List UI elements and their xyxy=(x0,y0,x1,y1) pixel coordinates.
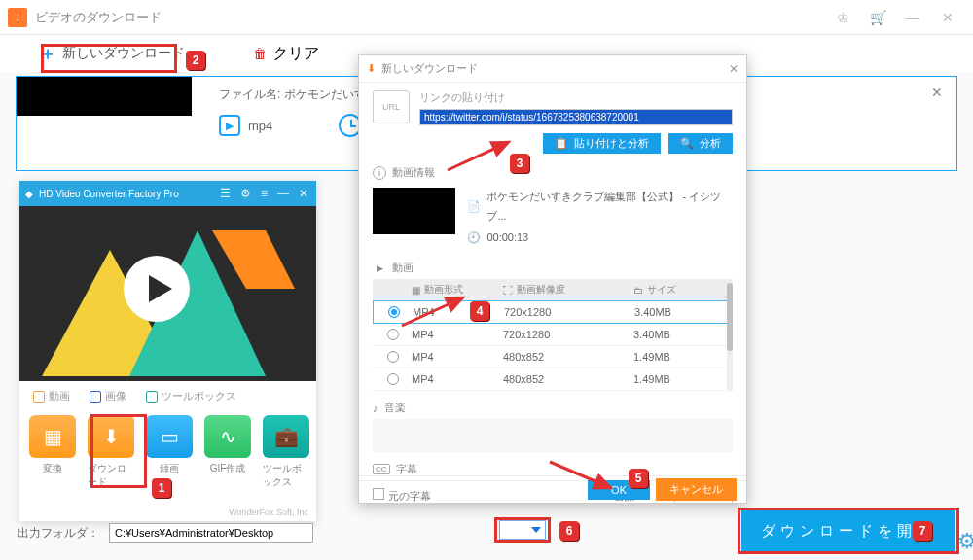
promo-window: ◆ HD Video Converter Factory Pro ☰ ⚙ ≡ —… xyxy=(19,181,316,521)
output-folder-input[interactable] xyxy=(109,523,313,542)
clear-button[interactable]: 🗑 クリア xyxy=(253,44,319,64)
promo-btn-a[interactable]: ☰ xyxy=(218,187,233,200)
tile-convert[interactable]: ▦変換 xyxy=(29,415,76,489)
promo-btn-c[interactable]: ≡ xyxy=(259,187,270,200)
format-icon[interactable]: ▶ xyxy=(219,115,240,136)
paste-analyze-button[interactable]: 📋貼り付けと分析 xyxy=(543,133,661,154)
url-input[interactable] xyxy=(419,109,733,125)
clock-icon-small: 🕘 xyxy=(467,228,481,248)
promo-close[interactable]: ✕ xyxy=(297,187,310,200)
dialog-close-button[interactable]: ✕ xyxy=(729,62,739,76)
arrow-4 xyxy=(397,292,475,334)
format-cell: MP4 xyxy=(412,351,499,363)
format-radio[interactable] xyxy=(387,351,399,363)
new-download-label: 新しいダウンロード xyxy=(62,45,185,62)
size-cell: 3.40MB xyxy=(633,329,721,340)
tile-toolbox[interactable]: 💼ツールボックス xyxy=(263,415,309,489)
window-title: ビデオのダウンロード xyxy=(35,9,162,26)
promo-titlebar: ◆ HD Video Converter Factory Pro ☰ ⚙ ≡ —… xyxy=(19,181,316,206)
svg-line-6 xyxy=(402,298,463,326)
close-button[interactable]: ✕ xyxy=(930,10,965,25)
plus-icon: ＋ xyxy=(39,45,56,62)
badge-1: 1 xyxy=(152,478,171,498)
promo-minimize[interactable]: — xyxy=(275,187,291,200)
format-row[interactable]: MP4480x8521.49MB xyxy=(373,368,733,391)
audio-section-head: ♪音楽 xyxy=(359,397,746,419)
format-scrollbar[interactable] xyxy=(727,279,733,391)
trash-icon: 🗑 xyxy=(253,46,267,61)
minimize-button[interactable]: — xyxy=(895,10,930,25)
arrow-3 xyxy=(443,136,521,179)
size-cell: 1.49MB xyxy=(633,351,721,363)
audio-empty xyxy=(373,419,733,452)
title-bar: ↓ ビデオのダウンロード ♔ 🛒 — ✕ xyxy=(0,0,973,35)
size-cell: 1.49MB xyxy=(633,373,721,385)
analyze-button[interactable]: 🔍分析 xyxy=(668,133,733,154)
new-download-button[interactable]: ＋ 新しいダウンロード xyxy=(29,43,195,64)
format-row[interactable]: MP4480x8521.49MB xyxy=(373,346,733,368)
svg-line-7 xyxy=(550,462,611,488)
search-icon: 🔍 xyxy=(680,137,694,150)
svg-marker-2 xyxy=(212,230,295,289)
badge-3: 3 xyxy=(510,154,529,173)
arrow-5 xyxy=(545,457,623,500)
resolution-cell: 480x852 xyxy=(503,373,630,385)
badge-5: 5 xyxy=(629,469,648,488)
resolution-cell: 720x1280 xyxy=(503,329,630,340)
badge-7: 7 xyxy=(913,521,932,541)
tile-download[interactable]: ⬇ダウンロード xyxy=(88,415,134,489)
promo-tab-video[interactable]: 動画 xyxy=(33,389,70,403)
paste-label: リンクの貼り付け xyxy=(419,90,733,105)
resolution-cell: 720x1280 xyxy=(504,306,631,318)
settings-gear-icon[interactable]: ⚙ xyxy=(957,529,973,554)
info-section-head: i動画情報 xyxy=(359,161,746,184)
dialog-title: 新しいダウンロード xyxy=(381,61,478,76)
app-icon: ↓ xyxy=(8,8,27,27)
paste-icon: 📋 xyxy=(555,137,568,150)
item-thumbnail xyxy=(17,77,192,116)
premium-icon[interactable]: ♔ xyxy=(825,10,860,25)
video-thumbnail xyxy=(373,188,455,234)
resolution-cell: 480x852 xyxy=(503,351,630,363)
video-section-head: ▶動画 xyxy=(359,257,746,279)
badge-2: 2 xyxy=(186,51,205,70)
format-cell: MP4 xyxy=(412,373,499,385)
cancel-button[interactable]: キャンセル xyxy=(656,478,737,501)
promo-tab-image[interactable]: 画像 xyxy=(90,389,126,403)
format-radio[interactable] xyxy=(387,373,399,385)
dialog-icon: ⬇ xyxy=(367,62,376,75)
badge-6: 6 xyxy=(559,521,579,541)
promo-tab-tools[interactable]: ツールボックス xyxy=(146,389,236,403)
video-duration: 00:00:13 xyxy=(486,228,528,248)
output-folder-label: 出力フォルダ： xyxy=(18,525,99,542)
promo-title: HD Video Converter Factory Pro xyxy=(39,189,179,199)
url-icon: URL xyxy=(373,90,410,123)
promo-tabs: 動画 画像 ツールボックス xyxy=(19,381,316,407)
tile-gif[interactable]: ∿GIF作成 xyxy=(204,415,251,489)
size-cell: 3.40MB xyxy=(634,306,722,318)
promo-btn-b[interactable]: ⚙ xyxy=(238,187,253,200)
cart-icon[interactable]: 🛒 xyxy=(860,10,895,25)
clear-label: クリア xyxy=(272,44,319,64)
item-format: mp4 xyxy=(248,119,272,133)
new-download-dialog: ⬇ 新しいダウンロード ✕ URL リンクの貼り付け 📋貼り付けと分析 🔍分析 … xyxy=(358,54,747,504)
item-remove-button[interactable]: ✕ xyxy=(931,85,943,100)
badge-4: 4 xyxy=(470,301,489,321)
promo-art xyxy=(19,206,316,381)
svg-line-5 xyxy=(448,142,509,170)
doc-icon: 📄 xyxy=(467,197,481,217)
promo-app-icon: ◆ xyxy=(25,189,33,199)
video-title: ポケモンだいすきクラブ編集部【公式】 - イシツブ... xyxy=(486,188,733,227)
